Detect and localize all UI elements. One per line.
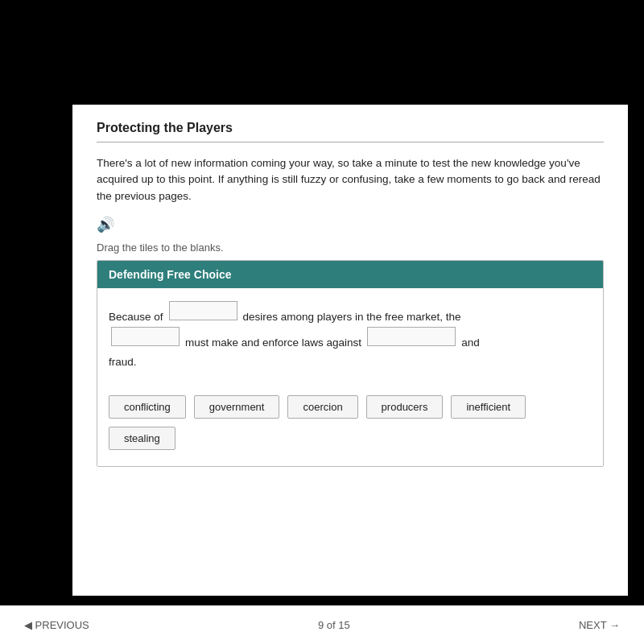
activity-card: Defending Free Choice Because of desires…: [97, 260, 604, 467]
next-button[interactable]: NEXT →: [579, 619, 620, 631]
tile-coercion[interactable]: coercion: [287, 395, 357, 419]
sentence-row-2: must make and enforce laws against and: [109, 327, 592, 353]
card-header: Defending Free Choice: [97, 261, 603, 288]
title-divider: [97, 142, 604, 142]
tile-inefficient[interactable]: inefficient: [451, 395, 526, 419]
sentence-part1: Because of: [109, 308, 163, 327]
blank-1[interactable]: [169, 301, 237, 320]
drag-instruction: Drag the tiles to the blanks.: [97, 242, 604, 254]
audio-icon[interactable]: 🔊: [97, 216, 604, 233]
blank-3[interactable]: [367, 327, 456, 346]
blank-2[interactable]: [111, 327, 180, 346]
tile-government[interactable]: government: [194, 395, 280, 419]
tile-stealing[interactable]: stealing: [109, 427, 175, 450]
intro-text: There's a lot of new information coming …: [97, 155, 604, 204]
card-body: Because of desires among players in the …: [97, 288, 603, 466]
sentence-part3: must make and enforce laws against: [185, 333, 361, 353]
sentence-part2: desires among players in the free market…: [243, 308, 461, 327]
page-title: Protecting the Players: [97, 121, 604, 135]
previous-button[interactable]: ◀ PREVIOUS: [24, 619, 89, 631]
bottom-navigation: ◀ PREVIOUS 9 of 15 NEXT →: [0, 605, 644, 644]
sentence-part4-and: and: [461, 333, 480, 353]
page-indicator: 9 of 15: [318, 619, 350, 631]
tiles-area: conflicting government coercion producer…: [109, 395, 592, 450]
sentence-row-3: fraud.: [109, 353, 592, 372]
sentence-part4-fraud: fraud.: [109, 353, 137, 372]
tile-conflicting[interactable]: conflicting: [109, 395, 186, 419]
sentence-row-1: Because of desires among players in the …: [109, 301, 592, 327]
tile-producers[interactable]: producers: [366, 395, 444, 419]
